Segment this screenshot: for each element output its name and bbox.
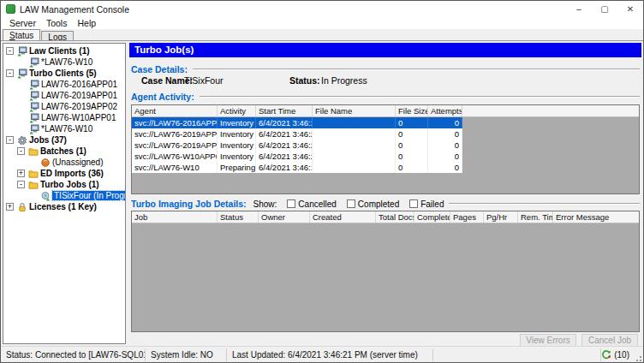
- tree-item-law76-2016app01[interactable]: LAW76-2016APP01: [3, 79, 125, 90]
- maximize-button[interactable]: ▢: [592, 1, 617, 17]
- table-row[interactable]: svc://LAW76-W10APP01:2 Inventory 6/4/202…: [132, 151, 462, 162]
- agent-activity-section: Agent Activity:: [131, 92, 640, 102]
- cell-agent: svc://LAW76-2016APP01:2: [132, 117, 218, 128]
- cell-file-name: [313, 151, 396, 162]
- column-header-file-size[interactable]: File Size: [396, 105, 428, 116]
- failed-checkbox-label[interactable]: Failed: [420, 199, 444, 209]
- menu-tools[interactable]: Tools: [41, 18, 73, 28]
- tree-item-law76-w10[interactable]: *LAW76-W10: [3, 57, 125, 68]
- status-tab-page: - Law Clients (1) *LAW76-W10 - Turbo Cli…: [1, 40, 643, 346]
- column-header-attempts[interactable]: Attempts: [428, 105, 462, 116]
- table-row[interactable]: svc://LAW76-2016APP01:2 Inventory 6/4/20…: [132, 117, 462, 128]
- table-row[interactable]: svc://LAW76-2019APP02:2 Inventory 6/4/20…: [132, 140, 462, 151]
- tree-item-label-selected: TISixFour (In Progress): [52, 191, 126, 200]
- minimize-button[interactable]: –: [566, 1, 592, 17]
- cancelled-checkbox-label[interactable]: Cancelled: [298, 199, 336, 209]
- column-header-owner[interactable]: Owner: [259, 211, 310, 223]
- cell-start-time: 6/4/2021 3:46:24 PM: [256, 140, 313, 151]
- collapse-icon[interactable]: -: [17, 181, 25, 188]
- folder-icon: [28, 169, 39, 179]
- table-row[interactable]: svc://LAW76-2019APP01:2 Inventory 6/4/20…: [132, 128, 462, 140]
- cell-agent: svc://LAW76-2019APP02:2: [132, 140, 218, 151]
- cell-attempts: 0: [428, 128, 462, 140]
- tab-status[interactable]: Status: [3, 29, 40, 40]
- cell-attempts: 0: [428, 162, 462, 173]
- tree-item-label: *LAW76-W10: [41, 124, 92, 134]
- lock-icon: [17, 202, 27, 212]
- job-details-label: Turbo Imaging Job Details:: [131, 199, 247, 209]
- failed-checkbox[interactable]: [409, 199, 418, 208]
- menu-help[interactable]: Help: [72, 18, 101, 28]
- column-header-start-time[interactable]: Start Time: [256, 105, 313, 116]
- tree-item-tisixfour[interactable]: TISixFour (In Progress): [3, 190, 125, 201]
- computer-icon: [17, 68, 27, 79]
- collapse-icon[interactable]: -: [6, 136, 14, 144]
- collapse-icon[interactable]: -: [17, 147, 25, 155]
- column-header-error-message[interactable]: Error Message: [553, 211, 639, 223]
- collapse-icon[interactable]: -: [6, 69, 14, 77]
- system-idle-status: System Idle: NO: [146, 350, 226, 360]
- job-details-section: Turbo Imaging Job Details: Show: Cancell…: [131, 199, 640, 209]
- menu-server[interactable]: Server: [4, 18, 41, 28]
- completed-checkbox[interactable]: [347, 199, 355, 208]
- cell-start-time: 6/4/2021 3:46:23 PM: [256, 117, 313, 128]
- column-header-file-name[interactable]: File Name: [313, 105, 396, 116]
- column-header-total-docs[interactable]: Total Docs: [376, 211, 414, 223]
- app-logo-icon: [6, 4, 15, 14]
- column-header-rem-time[interactable]: Rem. Time: [518, 211, 553, 223]
- case-details-row: Case Name: TISixFour Status: In Progress: [131, 75, 640, 86]
- tree-item-jobs[interactable]: - Jobs (37): [3, 134, 125, 146]
- divider: [449, 203, 640, 205]
- tree-item-turbo-clients[interactable]: - Turbo Clients (5): [3, 68, 125, 79]
- status-bar: Status: Connected to [LAW76-SQL01] Syste…: [1, 346, 643, 362]
- close-button[interactable]: ✕: [617, 1, 643, 17]
- app-window: LAW Management Console – ▢ ✕ Server Tool…: [0, 0, 644, 363]
- tree-item-label: LAW76-2016APP01: [41, 80, 117, 89]
- tree-item-label: *LAW76-W10: [41, 57, 92, 67]
- cell-activity: Preparing Wc: [218, 162, 256, 173]
- job-table-header: Job Status Owner Created Total Docs Comp…: [132, 211, 639, 223]
- divider: [193, 68, 640, 70]
- column-header-job[interactable]: Job: [132, 211, 218, 223]
- computer-icon: [17, 46, 27, 57]
- tree-item-law76-w10-turbo[interactable]: *LAW76-W10: [3, 123, 125, 134]
- tree-item-batches[interactable]: - Batches (1): [3, 146, 125, 157]
- column-header-status[interactable]: Status: [218, 211, 259, 223]
- tree-item-ed-imports[interactable]: + ED Imports (36): [3, 168, 125, 179]
- cell-file-size: 0: [396, 151, 428, 162]
- tree-item-law76-2019app01[interactable]: LAW76-2019APP01: [3, 90, 125, 101]
- case-status-label: Status:: [289, 75, 320, 86]
- tree-item-law76-w10app01[interactable]: LAW76-W10APP01: [3, 112, 125, 123]
- column-header-activity[interactable]: Activity: [218, 105, 256, 116]
- tree-item-law-clients[interactable]: - Law Clients (1): [3, 45, 125, 57]
- agent-activity-table: Agent Activity Start Time File Name File…: [131, 104, 640, 194]
- cell-activity: Inventory: [218, 151, 256, 162]
- cell-activity: Inventory: [218, 117, 256, 128]
- tree-item-law76-2019app02[interactable]: LAW76-2019APP02: [3, 101, 125, 112]
- column-header-completed[interactable]: Completed: [414, 211, 450, 223]
- table-row[interactable]: svc://LAW76-W10 Preparing Wc 6/4/2021 3:…: [132, 162, 462, 173]
- column-header-filler: [462, 105, 639, 116]
- tab-strip: Status Logs: [1, 29, 643, 40]
- tree-item-licenses[interactable]: + Licenses (1 Key): [3, 201, 125, 212]
- column-header-pg-hr[interactable]: Pg/Hr: [484, 211, 518, 223]
- cell-activity: Inventory: [218, 140, 256, 151]
- computer-icon: [29, 102, 39, 112]
- cell-file-name: [313, 162, 396, 173]
- tree-item-label: Licenses (1 Key): [29, 202, 97, 211]
- resize-grip[interactable]: [633, 353, 641, 361]
- cell-file-size: 0: [396, 117, 428, 128]
- column-header-created[interactable]: Created: [310, 211, 376, 223]
- cell-agent: svc://LAW76-W10APP01:2: [132, 151, 218, 162]
- collapse-icon[interactable]: -: [6, 47, 14, 55]
- tree-item-unassigned[interactable]: (Unassigned): [3, 157, 125, 168]
- expand-icon[interactable]: +: [6, 203, 14, 211]
- completed-checkbox-label[interactable]: Completed: [358, 199, 399, 209]
- column-header-agent[interactable]: Agent: [132, 105, 218, 116]
- column-header-pages[interactable]: Pages: [450, 211, 484, 223]
- expand-icon[interactable]: +: [17, 170, 25, 177]
- cancelled-checkbox[interactable]: [287, 199, 295, 208]
- computer-icon: [29, 113, 39, 123]
- tree-item-turbo-jobs[interactable]: - Turbo Jobs (1): [3, 179, 125, 190]
- tab-logs[interactable]: Logs: [41, 31, 74, 40]
